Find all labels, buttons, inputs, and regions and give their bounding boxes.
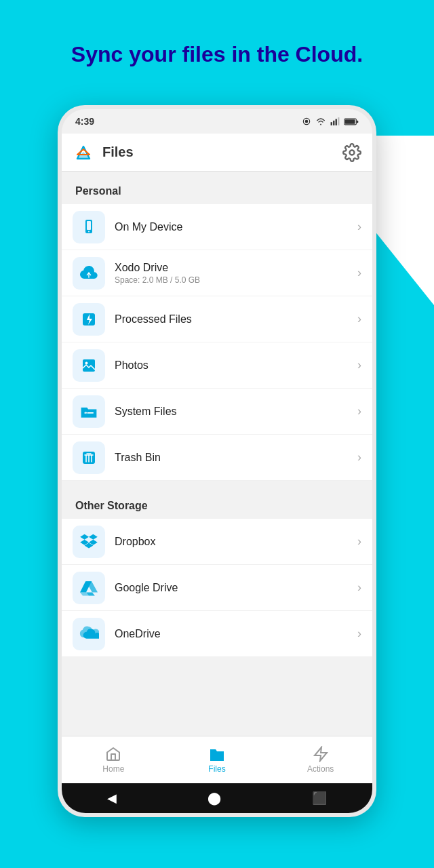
files-nav-icon — [208, 746, 226, 762]
onedrive-chevron: › — [357, 627, 361, 641]
system-files-title: System Files — [115, 406, 357, 418]
bolt-icon — [81, 311, 97, 328]
trash-bin-title: Trash Bin — [115, 452, 357, 464]
xodo-drive-chevron: › — [357, 266, 361, 280]
phone-inner: 4:39 — [62, 109, 372, 813]
actions-nav-label: Actions — [307, 764, 334, 774]
files-nav-label: Files — [208, 764, 225, 774]
folder-system-icon — [79, 403, 98, 420]
xodo-drive-title: Xodo Drive — [115, 262, 357, 274]
dropbox-text: Dropbox — [115, 536, 357, 548]
status-time: 4:39 — [75, 116, 94, 127]
onedrive-icon-wrap — [73, 618, 105, 650]
app-title: Files — [102, 144, 342, 160]
xodo-drive-subtitle: Space: 2.0 MB / 5.0 GB — [115, 275, 357, 285]
photos-chevron: › — [357, 358, 361, 372]
content-area: Personal On My Device › — [62, 172, 372, 736]
photos-text: Photos — [115, 359, 357, 372]
svg-rect-2 — [331, 122, 332, 125]
google-drive-title: Google Drive — [115, 582, 357, 594]
on-my-device-text: On My Device — [115, 221, 357, 233]
section-other-storage-header: Other Storage — [62, 486, 372, 519]
onedrive-icon — [79, 626, 99, 642]
location-icon — [302, 117, 311, 126]
phone-icon — [81, 219, 97, 235]
svg-rect-20 — [83, 359, 95, 372]
bottom-nav: Home Files Actions — [62, 736, 372, 783]
dropbox-chevron: › — [357, 534, 361, 549]
home-nav-icon — [105, 746, 121, 762]
list-item-processed-files[interactable]: Processed Files › — [62, 296, 372, 342]
status-bar: 4:39 — [62, 109, 372, 134]
svg-marker-30 — [80, 534, 89, 545]
home-nav-label: Home — [102, 764, 124, 774]
list-item-photos[interactable]: Photos › — [62, 342, 372, 389]
svg-point-0 — [305, 120, 309, 123]
processed-files-chevron: › — [357, 312, 361, 326]
list-item-system-files[interactable]: System Files › — [62, 389, 372, 435]
on-my-device-icon-wrap — [73, 211, 105, 243]
svg-rect-5 — [338, 117, 339, 125]
headline: Sync your files in the Cloud. — [0, 41, 434, 69]
battery-icon — [344, 117, 359, 126]
nav-item-actions[interactable]: Actions — [269, 746, 372, 774]
xodo-drive-icon-wrap — [73, 257, 105, 290]
system-files-text: System Files — [115, 406, 357, 418]
svg-marker-31 — [89, 534, 98, 545]
processed-files-title: Processed Files — [115, 313, 357, 326]
actions-nav-icon — [313, 746, 329, 762]
nav-item-files[interactable]: Files — [165, 746, 269, 774]
on-my-device-chevron: › — [357, 220, 361, 234]
google-drive-text: Google Drive — [115, 582, 357, 594]
list-item-dropbox[interactable]: Dropbox › — [62, 519, 372, 565]
trash-bin-text: Trash Bin — [115, 452, 357, 464]
svg-rect-8 — [357, 120, 358, 123]
phone-shell: 4:39 — [58, 105, 376, 817]
android-home-button[interactable]: ⬤ — [208, 791, 221, 806]
trash-icon-wrap — [73, 441, 105, 474]
app-logo — [73, 142, 94, 163]
xodo-drive-text: Xodo Drive Space: 2.0 MB / 5.0 GB — [115, 262, 357, 285]
photos-icon-wrap — [73, 349, 105, 382]
app-header: Files — [62, 134, 372, 172]
list-item-xodo-drive[interactable]: Xodo Drive Space: 2.0 MB / 5.0 GB › — [62, 250, 372, 296]
list-item-onedrive[interactable]: OneDrive › — [62, 611, 372, 657]
trash-icon — [81, 450, 97, 466]
status-icons — [302, 117, 359, 126]
settings-button[interactable] — [342, 143, 361, 162]
svg-rect-15 — [87, 221, 91, 230]
section-personal-header: Personal — [62, 172, 372, 204]
list-item-on-my-device[interactable]: On My Device › — [62, 204, 372, 250]
list-item-google-drive[interactable]: Google Drive › — [62, 565, 372, 611]
dropbox-icon-wrap — [73, 526, 105, 558]
wifi-icon — [315, 117, 326, 126]
svg-point-23 — [85, 412, 87, 414]
svg-marker-38 — [315, 747, 327, 761]
android-back-button[interactable]: ◀ — [107, 791, 117, 806]
svg-rect-37 — [210, 751, 224, 761]
dropbox-title: Dropbox — [115, 536, 357, 548]
svg-point-13 — [350, 150, 355, 155]
processed-files-text: Processed Files — [115, 313, 357, 326]
photos-title: Photos — [115, 359, 357, 372]
google-drive-icon — [80, 579, 98, 597]
onedrive-title: OneDrive — [115, 628, 357, 640]
onedrive-text: OneDrive — [115, 628, 357, 640]
cloud-icon — [79, 265, 98, 281]
android-recents-button[interactable]: ⬛ — [312, 791, 327, 806]
on-my-device-title: On My Device — [115, 221, 357, 233]
google-drive-icon-wrap — [73, 572, 105, 604]
xodo-logo-icon — [73, 142, 94, 163]
svg-rect-7 — [345, 119, 355, 124]
svg-point-21 — [85, 361, 88, 364]
list-item-trash-bin[interactable]: Trash Bin › — [62, 435, 372, 481]
photo-icon — [81, 357, 97, 374]
dropbox-icon — [80, 534, 98, 550]
nav-item-home[interactable]: Home — [62, 746, 165, 774]
svg-rect-3 — [333, 121, 334, 125]
system-files-chevron: › — [357, 404, 361, 418]
svg-point-16 — [88, 231, 90, 232]
system-files-icon-wrap — [73, 395, 105, 428]
trash-bin-chevron: › — [357, 450, 361, 465]
processed-files-icon-wrap — [73, 303, 105, 336]
